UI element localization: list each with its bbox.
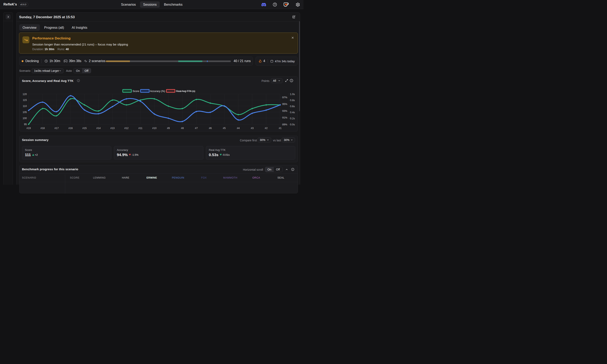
svg-text:100: 100 — [23, 117, 27, 120]
svg-text:91%: 91% — [282, 116, 287, 119]
svg-text:#15: #15 — [82, 127, 87, 130]
svg-text:#17: #17 — [54, 127, 59, 130]
svg-text:1.0s: 1.0s — [290, 93, 295, 96]
svg-text:0.0s: 0.0s — [290, 123, 295, 126]
svg-text:#4: #4 — [237, 127, 239, 130]
svg-text:#12: #12 — [124, 127, 129, 130]
svg-text:97%: 97% — [282, 96, 287, 99]
svg-text:110: 110 — [23, 105, 27, 108]
svg-text:#2: #2 — [265, 127, 267, 130]
svg-text:#8: #8 — [181, 127, 184, 130]
svg-text:#18: #18 — [40, 127, 45, 130]
svg-text:120: 120 — [23, 93, 27, 96]
svg-text:#19: #19 — [26, 127, 31, 130]
svg-text:#3: #3 — [251, 127, 253, 130]
svg-text:#11: #11 — [138, 127, 143, 130]
svg-text:Accuracy (%): Accuracy (%) — [150, 90, 165, 93]
svg-text:0.8s: 0.8s — [290, 99, 295, 102]
svg-text:105: 105 — [23, 111, 27, 114]
svg-text:#10: #10 — [152, 127, 156, 130]
svg-text:95: 95 — [24, 123, 27, 126]
svg-text:#6: #6 — [209, 127, 212, 130]
svg-text:89%: 89% — [282, 123, 287, 126]
svg-text:#7: #7 — [195, 127, 198, 130]
svg-text:115: 115 — [23, 99, 27, 102]
svg-text:#13: #13 — [110, 127, 115, 130]
svg-text:0.6s: 0.6s — [290, 105, 295, 108]
svg-text:#16: #16 — [68, 127, 73, 130]
svg-text:0.4s: 0.4s — [290, 111, 295, 114]
svg-text:93%: 93% — [282, 110, 287, 112]
svg-text:Score: Score — [132, 90, 139, 93]
svg-text:#9: #9 — [167, 127, 170, 130]
svg-text:95%: 95% — [282, 103, 287, 105]
svg-text:#5: #5 — [223, 127, 226, 130]
svg-text:#14: #14 — [96, 127, 101, 130]
svg-text:Real Avg TTK (s): Real Avg TTK (s) — [176, 90, 195, 93]
svg-text:0.2s: 0.2s — [290, 117, 295, 120]
svg-text:#1: #1 — [279, 127, 281, 130]
